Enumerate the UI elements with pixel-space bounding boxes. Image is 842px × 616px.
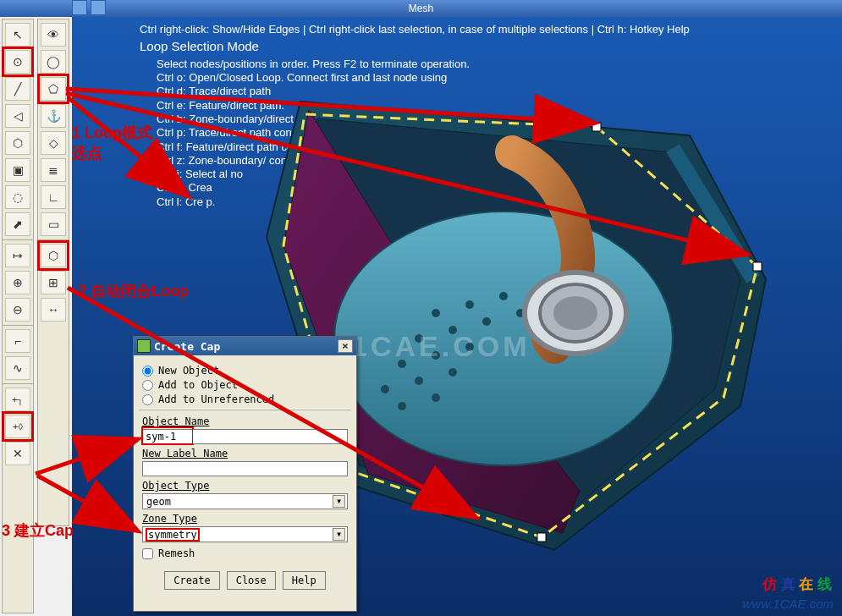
tool-curve[interactable]: ∿ xyxy=(5,356,30,380)
chevron-down-icon[interactable]: ▾ xyxy=(333,495,345,508)
tool-select-arrow[interactable]: ↖ xyxy=(5,23,30,47)
tool-face[interactable]: ◁ xyxy=(5,104,30,128)
dialog-titlebar[interactable]: Create Cap × xyxy=(134,337,356,355)
help-line: Ctrl right-click: Show/Hide Edges | Ctrl… xyxy=(140,24,834,36)
help-line: Ctrl o: Open/Closed Loop. Connect first … xyxy=(157,72,834,84)
object-name-input[interactable] xyxy=(142,429,193,444)
new-label-input[interactable] xyxy=(142,461,348,476)
object-type-label: Object Type xyxy=(142,480,348,492)
svg-point-1 xyxy=(432,309,440,317)
tool-point-mode[interactable]: ⊙ xyxy=(5,50,30,74)
chevron-down-icon[interactable]: ▾ xyxy=(333,528,345,541)
svg-point-18 xyxy=(553,296,597,330)
object-name-label: Object Name xyxy=(142,415,348,427)
zone-type-select[interactable]: symmetry ▾ xyxy=(142,526,348,542)
svg-point-11 xyxy=(398,402,406,410)
radio-label: New Object xyxy=(158,365,219,377)
tool-add[interactable]: ⊕ xyxy=(5,271,30,294)
radio-input[interactable] xyxy=(142,380,153,391)
tool-axis-plus[interactable]: +┐ xyxy=(5,388,30,411)
create-button[interactable]: Create xyxy=(164,571,219,590)
tool-mesh-ctrl[interactable]: ✕ xyxy=(5,442,30,465)
tool-pick[interactable]: ⬈ xyxy=(5,212,30,236)
window-titlebar: Mesh xyxy=(0,0,842,17)
tool-close-loop[interactable]: ⬡ xyxy=(41,244,66,267)
tool-diamond[interactable]: ◇ xyxy=(41,131,66,155)
help-mode: Loop Selection Mode xyxy=(140,40,834,54)
brand-url: www.1CAE.com xyxy=(742,597,834,611)
tool-anchor[interactable]: ⚓ xyxy=(41,104,66,128)
svg-rect-21 xyxy=(537,533,546,542)
tool-extend[interactable]: ↦ xyxy=(5,244,30,267)
remesh-label: Remesh xyxy=(158,547,195,559)
annotation-1: 1 Loop模式选点 xyxy=(72,123,165,163)
window-title: Mesh xyxy=(409,3,433,14)
tool-stairs[interactable]: ≣ xyxy=(41,158,66,182)
object-name-input-ext[interactable] xyxy=(193,429,348,444)
object-type-select[interactable]: geom ▾ xyxy=(142,493,348,509)
new-label-label: New Label Name xyxy=(142,448,348,459)
svg-point-13 xyxy=(482,317,491,326)
tool-create-cap[interactable]: +◊ xyxy=(5,415,30,438)
dialog-title: Create Cap xyxy=(154,340,220,353)
svg-point-9 xyxy=(432,393,440,402)
radio-input[interactable] xyxy=(142,394,153,405)
close-icon[interactable]: × xyxy=(338,339,353,353)
tool-frame[interactable]: ∟ xyxy=(41,185,66,209)
tool-lasso[interactable]: ◌ xyxy=(5,185,30,209)
radio-add-object[interactable]: Add to Object xyxy=(142,379,348,391)
window-menu-icons xyxy=(72,0,106,15)
remesh-checkbox-row[interactable]: Remesh xyxy=(142,547,348,559)
svg-point-12 xyxy=(465,300,474,309)
svg-point-10 xyxy=(381,385,389,393)
tool-note[interactable]: ▭ xyxy=(41,212,66,236)
help-button[interactable]: Help xyxy=(283,571,326,590)
tool-cylinder-icon[interactable]: ◯ xyxy=(41,50,66,74)
annotation-3: 3 建立Cap xyxy=(2,520,74,541)
zone-type-label: Zone Type xyxy=(142,513,348,525)
help-line: Select nodes/positions in order. Press F… xyxy=(157,58,834,70)
svg-point-6 xyxy=(449,368,457,377)
secondary-toolbar: 👁 ◯ ⬠ ⚓ ◇ ≣ ∟ ▭ ⬡ ⊞ ↔ xyxy=(37,19,69,526)
select-value: geom xyxy=(146,496,171,508)
dialog-icon xyxy=(137,339,151,353)
select-value: symmetry xyxy=(146,529,199,541)
tool-polyline[interactable]: ⌐ xyxy=(5,329,30,353)
close-button[interactable]: Close xyxy=(227,571,276,590)
tool-solid[interactable]: ⬡ xyxy=(5,131,30,155)
watermark: 1CAE.COM xyxy=(351,330,530,363)
svg-rect-20 xyxy=(753,262,762,271)
svg-point-8 xyxy=(415,377,423,385)
annotation-2: 2 自动闭合Loop xyxy=(78,281,189,301)
svg-rect-19 xyxy=(592,123,601,131)
tool-merge[interactable]: ↔ xyxy=(41,298,66,322)
tool-subtract[interactable]: ⊖ xyxy=(5,298,30,322)
radio-new-object[interactable]: New Object xyxy=(142,365,348,377)
create-cap-dialog: Create Cap × New Object Add to Object Ad… xyxy=(133,336,357,612)
svg-point-14 xyxy=(499,292,508,300)
remesh-checkbox[interactable] xyxy=(142,548,153,559)
radio-input[interactable] xyxy=(142,366,153,377)
menu-icon[interactable] xyxy=(91,0,106,15)
menu-icon[interactable] xyxy=(72,0,87,15)
radio-label: Add to Object xyxy=(158,379,238,391)
tool-grid[interactable]: ⊞ xyxy=(41,271,66,294)
tool-loop-mode[interactable]: ⬠ xyxy=(41,77,66,101)
radio-label: Add to Unreferenced xyxy=(158,393,274,405)
tool-edge[interactable]: ╱ xyxy=(5,77,30,101)
radio-add-unref[interactable]: Add to Unreferenced xyxy=(142,393,348,405)
tool-cube[interactable]: ▣ xyxy=(5,158,30,182)
brand-cn: 仿 真 在 线 xyxy=(762,575,832,594)
tool-eye-icon[interactable]: 👁 xyxy=(41,23,66,47)
